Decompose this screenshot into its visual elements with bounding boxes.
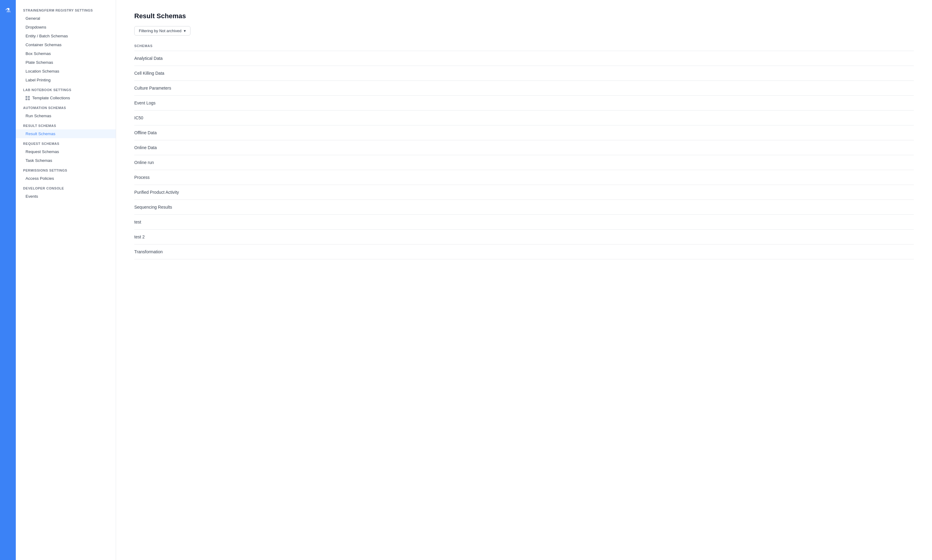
nav-item-label: Result Schemas	[26, 131, 55, 136]
nav-section-title: STRAINENGFERM REGISTRY SETTINGS	[16, 5, 116, 14]
nav-item-label: Plate Schemas	[26, 60, 53, 65]
nav-item-result-schemas[interactable]: Result Schemas	[16, 129, 116, 138]
nav-item-label: Task Schemas	[26, 158, 52, 163]
nav-item-events[interactable]: Events	[16, 192, 116, 201]
nav-item-label: General	[26, 16, 40, 21]
nav-item-dropdowns[interactable]: Dropdowns	[16, 23, 116, 32]
nav-item-label: Label Printing	[26, 78, 51, 82]
nav-section-title: AUTOMATION SCHEMAS	[16, 102, 116, 111]
nav-section-title: RESULT SCHEMAS	[16, 120, 116, 129]
nav-section-title: PERMISSIONS SETTINGS	[16, 165, 116, 174]
nav-item-label: Events	[26, 194, 38, 198]
nav-item-entity-batch-schemas[interactable]: Entity / Batch Schemas	[16, 32, 116, 40]
nav-item-label: Location Schemas	[26, 69, 59, 74]
schema-item-online-run[interactable]: Online run	[134, 155, 914, 170]
schema-item-transformation[interactable]: Transformation	[134, 245, 914, 259]
schema-item-ic50[interactable]: IC50	[134, 111, 914, 125]
chevron-down-icon: ▾	[184, 29, 186, 33]
page-title: Result Schemas	[134, 12, 914, 20]
nav-item-template-collections[interactable]: Template Collections	[16, 94, 116, 102]
nav-item-general[interactable]: General	[16, 14, 116, 23]
nav-item-request-schemas[interactable]: Request Schemas	[16, 147, 116, 156]
nav-item-label: Template Collections	[32, 96, 70, 100]
nav-item-label: Box Schemas	[26, 51, 51, 56]
nav-item-box-schemas[interactable]: Box Schemas	[16, 49, 116, 58]
main-content: Result Schemas Filtering by Not archived…	[116, 0, 932, 560]
nav-item-access-policies[interactable]: Access Policies	[16, 174, 116, 183]
nav-item-label: Container Schemas	[26, 43, 62, 47]
nav-item-label: Dropdowns	[26, 25, 46, 29]
schemas-list: Analytical DataCell Killing DataCulture …	[134, 51, 914, 259]
nav-item-label: Request Schemas	[26, 149, 59, 154]
filter-label: Filtering by Not archived	[139, 29, 181, 33]
nav-item-task-schemas[interactable]: Task Schemas	[16, 156, 116, 165]
schema-item-analytical-data[interactable]: Analytical Data	[134, 51, 914, 66]
nav-item-location-schemas[interactable]: Location Schemas	[16, 67, 116, 75]
app-logo-icon: ⚗	[2, 5, 13, 16]
schema-item-test[interactable]: test	[134, 215, 914, 229]
schema-item-sequencing-results[interactable]: Sequencing Results	[134, 200, 914, 215]
nav-item-label: Entity / Batch Schemas	[26, 34, 68, 38]
nav-item-run-schemas[interactable]: Run Schemas	[16, 111, 116, 120]
schema-item-offline-data[interactable]: Offline Data	[134, 125, 914, 140]
nav-item-label: Run Schemas	[26, 114, 51, 118]
schema-item-culture-parameters[interactable]: Culture Parameters	[134, 81, 914, 96]
nav-item-container-schemas[interactable]: Container Schemas	[16, 40, 116, 49]
schema-item-process[interactable]: Process	[134, 170, 914, 185]
nav-item-plate-schemas[interactable]: Plate Schemas	[16, 58, 116, 67]
schema-item-cell-killing-data[interactable]: Cell Killing Data	[134, 66, 914, 81]
grid-icon	[26, 96, 30, 100]
nav-item-label-printing[interactable]: Label Printing	[16, 75, 116, 85]
schema-item-test-2[interactable]: test 2	[134, 229, 914, 245]
app-sidebar: ⚗	[0, 0, 16, 560]
schema-item-event-logs[interactable]: Event Logs	[134, 96, 914, 111]
filter-dropdown[interactable]: Filtering by Not archived ▾	[134, 26, 191, 35]
schemas-section-header: SCHEMAS	[134, 44, 914, 51]
schema-item-purified-product-activity[interactable]: Purified Product Activity	[134, 185, 914, 200]
nav-item-label: Access Policies	[26, 176, 54, 181]
nav-section-title: DEVELOPER CONSOLE	[16, 183, 116, 192]
schema-item-online-data[interactable]: Online Data	[134, 140, 914, 155]
nav-sidebar: STRAINENGFERM REGISTRY SETTINGSGeneralDr…	[16, 0, 116, 560]
nav-section-title: LAB NOTEBOOK SETTINGS	[16, 85, 116, 94]
nav-section-title: REQUEST SCHEMAS	[16, 138, 116, 147]
